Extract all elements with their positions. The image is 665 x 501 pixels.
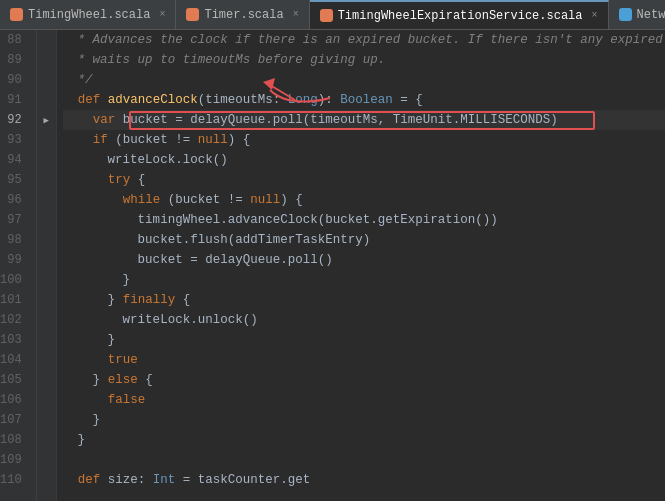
line-num-92: 92 bbox=[0, 110, 28, 130]
code-91-kw-def: def bbox=[78, 90, 101, 110]
tab-label-timingwheelexpiration: TimingWheelExpirationService.scala bbox=[338, 9, 583, 23]
gutter-93 bbox=[37, 130, 56, 150]
code-105-brace: { bbox=[138, 370, 153, 390]
gutter-106 bbox=[37, 390, 56, 410]
gutter-103 bbox=[37, 330, 56, 350]
line-num-104: 104 bbox=[0, 350, 28, 370]
code-110-type: Int bbox=[153, 470, 176, 490]
line-num-109: 109 bbox=[0, 450, 28, 470]
code-line-101: } finally { bbox=[63, 290, 665, 310]
code-110-sp bbox=[63, 470, 78, 490]
code-106-sp bbox=[63, 390, 108, 410]
code-line-104: true bbox=[63, 350, 665, 370]
code-91-sp bbox=[63, 90, 78, 110]
tab-close-timer[interactable]: × bbox=[293, 9, 299, 20]
code-line-92: var bucket = delayQueue.poll(timeoutMs, … bbox=[63, 110, 665, 130]
code-93-null: null bbox=[198, 130, 228, 150]
code-104-sp bbox=[63, 350, 108, 370]
tab-timingwheel[interactable]: TimingWheel.scala × bbox=[0, 0, 176, 29]
editor-container: TimingWheel.scala × Timer.scala × Timing… bbox=[0, 0, 665, 501]
code-110-def: def bbox=[78, 470, 101, 490]
code-93-close: ) { bbox=[228, 130, 251, 150]
code-line-103: } bbox=[63, 330, 665, 350]
gutter-88 bbox=[37, 30, 56, 50]
gutter-89 bbox=[37, 50, 56, 70]
code-95-brace: { bbox=[130, 170, 145, 190]
line-num-107: 107 bbox=[0, 410, 28, 430]
code-105-else: else bbox=[108, 370, 138, 390]
gutter-108 bbox=[37, 430, 56, 450]
code-91-col: ): bbox=[318, 90, 341, 110]
tab-close-timingwheel[interactable]: × bbox=[159, 9, 165, 20]
gutter-100 bbox=[37, 270, 56, 290]
tab-timer[interactable]: Timer.scala × bbox=[176, 0, 309, 29]
code-91-sp2 bbox=[100, 90, 108, 110]
line-num-110: 110 bbox=[0, 470, 28, 490]
code-line-96: while (bucket != null) { bbox=[63, 190, 665, 210]
code-96-null: null bbox=[250, 190, 280, 210]
code-107-text: } bbox=[63, 410, 101, 430]
code-91-fn: advanceClock bbox=[108, 90, 198, 110]
code-line-97: timingWheel.advanceClock(bucket.getExpir… bbox=[63, 210, 665, 230]
code-93-paren: (bucket != bbox=[108, 130, 198, 150]
code-101-brace: { bbox=[175, 290, 190, 310]
line-num-99: 99 bbox=[0, 250, 28, 270]
gutter-104 bbox=[37, 350, 56, 370]
gutter-105 bbox=[37, 370, 56, 390]
code-line-93: if (bucket != null) { bbox=[63, 130, 665, 150]
tab-close-timingwheelexpiration[interactable]: × bbox=[592, 10, 598, 21]
tab-icon-timingwheelexpiration bbox=[320, 9, 333, 22]
code-line-107: } bbox=[63, 410, 665, 430]
code-line-90: */ bbox=[63, 70, 665, 90]
code-line-95: try { bbox=[63, 170, 665, 190]
line-numbers: 88 89 90 91 92 93 94 95 96 97 98 99 100 … bbox=[0, 30, 37, 501]
code-line-102: writeLock.unlock() bbox=[63, 310, 665, 330]
tab-timingwheelexpiration[interactable]: TimingWheelExpirationService.scala × bbox=[310, 0, 609, 29]
line-num-101: 101 bbox=[0, 290, 28, 310]
line-num-98: 98 bbox=[0, 230, 28, 250]
code-91-type2: Boolean bbox=[340, 90, 393, 110]
code-108-text: } bbox=[63, 430, 86, 450]
code-93-sp bbox=[63, 130, 93, 150]
code-line-109 bbox=[63, 450, 665, 470]
code-110-space: size: bbox=[100, 470, 153, 490]
line-num-100: 100 bbox=[0, 270, 28, 290]
code-line-89: * waits up to timeoutMs before giving up… bbox=[63, 50, 665, 70]
line-num-108: 108 bbox=[0, 430, 28, 450]
gutter-90 bbox=[37, 70, 56, 90]
code-95-try: try bbox=[108, 170, 131, 190]
line-num-93: 93 bbox=[0, 130, 28, 150]
code-editor: 88 89 90 91 92 93 94 95 96 97 98 99 100 … bbox=[0, 30, 665, 501]
tab-networkclient[interactable]: NetworkClient.java × bbox=[609, 0, 665, 29]
line-num-88: 88 bbox=[0, 30, 28, 50]
code-line-105: } else { bbox=[63, 370, 665, 390]
code-92-sp bbox=[63, 110, 93, 130]
code-line-100: } bbox=[63, 270, 665, 290]
tab-label-networkclient: NetworkClient.java bbox=[637, 8, 665, 22]
code-101-sp: } bbox=[63, 290, 123, 310]
code-95-sp bbox=[63, 170, 108, 190]
code-line-99: bucket = delayQueue.poll() bbox=[63, 250, 665, 270]
code-96-close: ) { bbox=[280, 190, 303, 210]
gutter-109 bbox=[37, 450, 56, 470]
code-103-text: } bbox=[63, 330, 116, 350]
code-98-text: bucket.flush(addTimerTaskEntry) bbox=[63, 230, 371, 250]
code-92-bucket: bucket = delayQueue.poll(timeoutMs, Time… bbox=[115, 110, 460, 130]
gutter-99 bbox=[37, 250, 56, 270]
code-89-text: * waits up to timeoutMs before giving up… bbox=[63, 50, 386, 70]
code-92-milliseconds: MILLISECONDS bbox=[460, 110, 550, 130]
code-88-text: * Advances the clock if there is an expi… bbox=[63, 30, 665, 50]
code-93-kw-if: if bbox=[93, 130, 108, 150]
gutter-102 bbox=[37, 310, 56, 330]
code-92-kw-var: var bbox=[93, 110, 116, 130]
code-100-text: } bbox=[63, 270, 131, 290]
code-110-rest: = taskCounter.get bbox=[175, 470, 310, 490]
gutter-96 bbox=[37, 190, 56, 210]
code-line-94: writeLock.lock() bbox=[63, 150, 665, 170]
line-num-102: 102 bbox=[0, 310, 28, 330]
gutter-107 bbox=[37, 410, 56, 430]
line-num-103: 103 bbox=[0, 330, 28, 350]
code-102-text: writeLock.unlock() bbox=[63, 310, 258, 330]
code-area: 88 89 90 91 92 93 94 95 96 97 98 99 100 … bbox=[0, 30, 665, 501]
gutter-92-arrow: ▶ bbox=[37, 110, 56, 130]
